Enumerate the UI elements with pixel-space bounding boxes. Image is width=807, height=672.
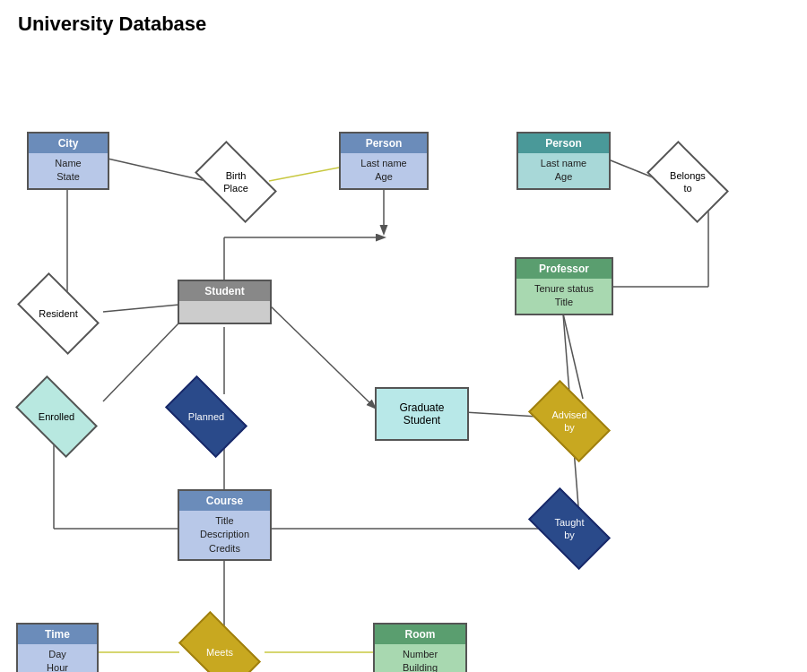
student-entity: Student — [178, 280, 272, 324]
room-header: Room — [375, 625, 465, 644]
belongs-to-diamond: Belongsto — [647, 151, 728, 213]
person-right-entity: Person Last nameAge — [516, 132, 611, 190]
meets-diamond: Meets — [179, 625, 260, 672]
person-left-body: Last nameAge — [341, 153, 427, 188]
taught-by-label: Taughtby — [538, 516, 601, 542]
meets-label: Meets — [188, 646, 251, 659]
svg-line-7 — [103, 305, 179, 312]
room-entity: Room NumberBuilding — [373, 623, 467, 672]
person-left-header: Person — [341, 134, 427, 153]
birth-place-label: BirthPlace — [204, 169, 267, 195]
course-body: TitleDescriptionCredits — [179, 511, 270, 559]
taught-by-diamond: Taughtby — [529, 502, 610, 556]
graduate-student-entity: GraduateStudent — [375, 387, 469, 441]
birth-place-diamond: BirthPlace — [195, 151, 276, 213]
person-right-header: Person — [518, 134, 609, 153]
planned-label: Planned — [175, 410, 238, 423]
time-header: Time — [18, 625, 97, 644]
planned-diamond: Planned — [166, 390, 247, 444]
course-header: Course — [179, 491, 270, 511]
enrolled-diamond: Enrolled — [16, 390, 97, 444]
student-body — [179, 301, 270, 323]
svg-line-16 — [464, 412, 538, 417]
room-body: NumberBuilding — [375, 644, 465, 672]
city-body: NameState — [29, 153, 108, 188]
person-left-entity: Person Last nameAge — [339, 132, 429, 190]
professor-entity: Professor Tenure statusTitle — [515, 257, 613, 315]
student-header: Student — [179, 281, 270, 301]
advised-by-label: Advisedby — [538, 409, 601, 435]
professor-body: Tenure statusTitle — [516, 279, 612, 314]
enrolled-label: Enrolled — [25, 410, 88, 423]
page-title: University Database — [0, 0, 807, 36]
city-entity: City NameState — [27, 132, 109, 190]
svg-line-15 — [269, 305, 375, 408]
svg-line-1 — [269, 168, 339, 181]
person-right-body: Last nameAge — [518, 153, 609, 188]
city-header: City — [29, 134, 108, 153]
resident-label: Resident — [27, 307, 90, 320]
resident-diamond: Resident — [18, 287, 99, 340]
advised-by-diamond: Advisedby — [529, 394, 610, 448]
time-body: DayHour — [18, 644, 97, 672]
svg-line-0 — [108, 159, 206, 181]
professor-header: Professor — [516, 259, 612, 279]
belongs-to-label: Belongsto — [656, 169, 719, 195]
graduate-student-label: GraduateStudent — [399, 401, 444, 426]
course-entity: Course TitleDescriptionCredits — [178, 489, 272, 561]
time-entity: Time DayHour — [16, 623, 99, 672]
